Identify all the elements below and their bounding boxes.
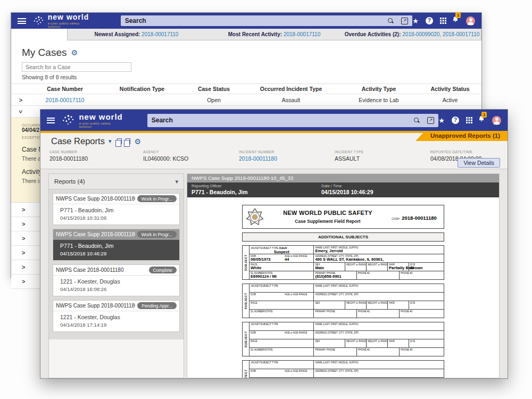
col-occurred-incident-type: Occurred Incident Type	[243, 86, 339, 92]
brand-tagline: a tyler public safety solution	[48, 22, 92, 28]
desktop: new world a tyler public safety solution…	[0, 0, 532, 399]
user-avatar[interactable]	[466, 16, 475, 26]
report-card[interactable]: NWPS Case Supp 2018-00011180-17_... Pend…	[53, 300, 180, 332]
document-header: NEW WORLD PUBLIC SAFETY Case Supplement …	[242, 205, 444, 229]
menu-icon[interactable]	[47, 118, 55, 123]
global-search[interactable]: ↗	[147, 114, 439, 127]
document-case-number: CASE# 2018-00011180	[392, 212, 440, 222]
status-badge: Complete	[149, 267, 177, 273]
most-recent-activity: Most Recent Activity: 2018-00017110	[205, 31, 343, 37]
topbar-actions: ★ ? 1	[438, 115, 501, 125]
page-title: Case Reports	[51, 136, 105, 146]
status-badge: Work in Progr...	[137, 195, 177, 202]
new-world-logo-icon	[34, 15, 45, 26]
search-icon[interactable]	[413, 117, 420, 123]
expand-row-icon[interactable]: >	[22, 221, 25, 227]
new-world-logo: new world a tyler public safety solution	[62, 113, 122, 128]
user-avatar[interactable]	[492, 116, 501, 125]
report-card-selected[interactable]: NWPS Case Supp 2018-00011180-10_... Work…	[53, 229, 180, 261]
reports-panel: Reports (4) ▾ NWPS Case Supp 2018-000111…	[48, 173, 184, 378]
reports-panel-header[interactable]: Reports (4) ▾	[49, 174, 184, 189]
report-viewer-title: NWPS Case Supp 2018-00011180-10_45_33	[187, 174, 499, 182]
table-row[interactable]: > 2018-00017110 Open Assault Evidence to…	[11, 94, 481, 106]
settings-gear-icon[interactable]: ⚙	[134, 138, 141, 145]
report-document: NEW WORLD PUBLIC SAFETY Case Supplement …	[242, 205, 444, 378]
recent-activity-link[interactable]: 2018-00017110	[284, 31, 320, 37]
report-card[interactable]: NWPS Case 2018-00011180 Complete 1221 - …	[53, 264, 180, 296]
view-details-button[interactable]: View Details	[458, 158, 500, 168]
brand-name: new world	[79, 113, 122, 121]
chevron-down-icon[interactable]: ▾	[109, 138, 112, 145]
topbar-actions: ★ ? 1	[412, 16, 475, 26]
subject-block-empty: SUBJECT JACKET/SUBJECT TYPE NAME (LAST, …	[242, 360, 444, 378]
brand-name: new world	[48, 13, 92, 21]
col-activity-type: Activity Type	[339, 86, 419, 92]
notifications-icon[interactable]: 1	[452, 16, 459, 26]
expand-row-icon[interactable]: >	[19, 97, 22, 103]
col-case-status: Case Status	[185, 86, 243, 92]
open-new-window-icon[interactable]: ↗	[401, 18, 408, 24]
expand-row-icon[interactable]: >	[22, 206, 25, 213]
document-subtitle: Case Supplement Field Report	[264, 219, 392, 224]
global-search-input[interactable]	[152, 117, 414, 124]
open-new-window-icon[interactable]: ↗	[427, 117, 434, 124]
subject-block-empty: SUBJECT JACKET/SUBJECT TYPE NAME (LAST, …	[242, 322, 444, 356]
expand-row-icon[interactable]: >	[22, 264, 25, 270]
expand-row-icon[interactable]: >	[22, 250, 25, 256]
copy-report-icon[interactable]	[117, 138, 122, 144]
reports-list: NWPS Case Supp 2018-00011180-10_... Work…	[49, 189, 184, 339]
case-number-link[interactable]: 2018-00017110	[30, 97, 99, 103]
results-summary: Showing 8 of 8 results	[22, 74, 481, 80]
expand-row-icon[interactable]: >	[22, 235, 25, 242]
case-reports-window: new world a tyler public safety solution…	[40, 109, 508, 379]
agency-field: AGENCY IL0460000: KCSO	[143, 150, 188, 162]
case-info-bar: CASE NUMBER 2018-00011180 AGENCY IL04600…	[40, 150, 508, 166]
newest-assigned-link[interactable]: 2018-00017110	[142, 31, 178, 37]
report-viewer: NWPS Case Supp 2018-00011180-10_45_33 Re…	[187, 173, 500, 378]
settings-gear-icon[interactable]: ⚙	[71, 49, 78, 56]
collapse-row-icon[interactable]: >	[18, 110, 24, 113]
apps-grid-icon[interactable]	[440, 18, 442, 19]
overdue-activities-links[interactable]: 2018-00099020, 2018-00017110	[402, 31, 479, 37]
subject-block-empty: SUBJECT JACKET/SUBJECT TYPE NAME (LAST, …	[242, 284, 444, 318]
favorites-icon[interactable]: ★	[412, 18, 419, 24]
report-datetime: Date / Time 04/15/2018 10:46:29	[321, 184, 373, 195]
global-search-input[interactable]	[125, 17, 388, 24]
case-notification-bar: Newest Assigned: 2018-00017110 Most Rece…	[67, 29, 481, 40]
report-card[interactable]: NWPS Case Supp 2018-00011180-10_... Work…	[53, 193, 180, 225]
chevron-down-icon: ▾	[175, 178, 178, 185]
copy-report-icon[interactable]	[126, 138, 130, 144]
help-icon[interactable]: ?	[426, 17, 433, 24]
additional-subjects-section: ADDITIONAL SUBJECTS	[242, 232, 444, 242]
subject-block-filled: SUBJECT JACKET/SUBJECT TYPE Adult Suspec…	[242, 245, 444, 280]
incident-number-field: INCIDENT NUMBER 2018-00011180	[239, 150, 277, 162]
help-icon[interactable]: ?	[452, 117, 459, 124]
expand-row-icon[interactable]: >	[22, 278, 25, 285]
favorites-icon[interactable]: ★	[438, 117, 445, 124]
newest-assigned: Newest Assigned: 2018-00017110	[68, 31, 205, 37]
unapproved-reports-tab[interactable]: Unapproved Reports (1)	[415, 131, 508, 141]
brand-tagline: a tyler public safety solution	[79, 122, 122, 128]
new-world-logo-icon	[62, 114, 76, 127]
global-search[interactable]: ↗	[121, 15, 413, 26]
apps-grid-icon[interactable]	[466, 117, 468, 119]
status-badge: Work in Progr...	[137, 231, 177, 238]
case-reports-body: Reports (4) ▾ NWPS Case Supp 2018-000111…	[40, 169, 508, 378]
page-title: My Cases	[22, 47, 66, 59]
report-viewer-infobar: Reporting Officer P771 - Beaudoin, Jim D…	[187, 182, 499, 197]
cases-table-header: Case Number Notification Type Case Statu…	[11, 84, 481, 94]
new-world-logo: new world a tyler public safety solution	[34, 13, 92, 28]
search-icon[interactable]	[387, 18, 394, 24]
menu-icon[interactable]	[18, 18, 26, 24]
notifications-icon[interactable]: 1	[478, 115, 485, 125]
front-topbar: new world a tyler public safety solution…	[40, 110, 508, 131]
notification-badge: 1	[481, 112, 487, 118]
incident-number-link[interactable]: 2018-00011180	[239, 155, 277, 162]
back-topbar: new world a tyler public safety solution…	[11, 13, 481, 29]
reporting-officer: Reporting Officer P771 - Beaudoin, Jim	[187, 184, 321, 195]
incident-type-field: INCIDENT TYPE ASSAULT	[335, 150, 363, 162]
col-case-number: Case Number	[30, 86, 99, 92]
status-badge: Pending Appr...	[137, 302, 177, 309]
document-org-title: NEW WORLD PUBLIC SAFETY	[264, 210, 392, 216]
case-search-input[interactable]	[22, 62, 131, 72]
